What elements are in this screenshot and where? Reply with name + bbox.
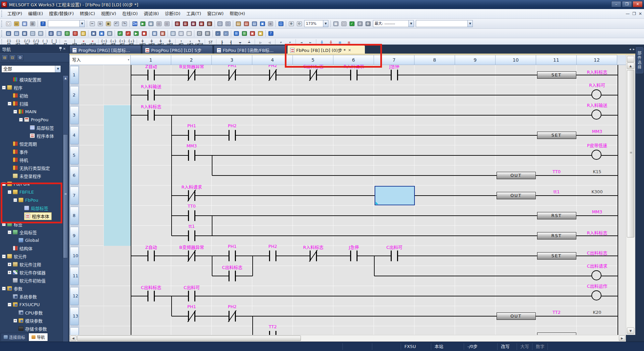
no-contact[interactable] [388,70,401,80]
menu-item[interactable]: 转换(C) [77,11,98,16]
tree-item[interactable]: −FX5UCPU [0,300,62,308]
fb-insert-button[interactable]: ⊞ [233,30,240,37]
online-read-button[interactable]: ⇄ [116,30,124,37]
edit-mode-cell[interactable]: 写入 ▾ [69,55,131,65]
tree-item[interactable]: 软元件初始值 [0,276,62,284]
nc-contact[interactable] [307,70,320,80]
pin-icon[interactable] [56,47,62,52]
instruction-box[interactable]: RST [537,232,576,239]
ladder-edit-3-button[interactable]: ▧ [79,30,87,37]
output-coil[interactable] [591,110,601,120]
tree-item[interactable]: −扫描 [0,99,62,108]
help-2-button[interactable]: ? [267,30,274,37]
paste-button[interactable]: ▣ [105,20,112,27]
row-number[interactable]: 1 [70,66,79,84]
expand-icon[interactable]: + [8,263,11,266]
tree-item[interactable]: 无执行类型指定 [0,164,62,172]
instruction-box[interactable]: SET [537,71,576,79]
nc-contact[interactable] [185,251,198,261]
menu-item[interactable]: 帮助(H) [227,11,248,16]
no-contact[interactable] [144,90,158,100]
statement-show-button[interactable]: ▤ [177,30,185,37]
no-contact[interactable] [185,130,198,141]
convert-all-button[interactable]: ▣ [98,30,105,37]
monitor-mode-button[interactable]: ▶ [132,30,140,37]
output-coil[interactable] [591,150,601,160]
watch-win-2-button[interactable]: ◫ [224,20,232,27]
collapse-icon[interactable]: − [8,230,11,234]
tab-scroll-right-icon[interactable]: ▸ [633,47,635,51]
row-number[interactable]: 5 [70,146,79,164]
ladder-mon-1-button[interactable]: ▥ [174,20,181,27]
output-coil[interactable] [591,89,601,99]
no-contact[interactable] [347,251,361,261]
menu-item[interactable]: 调试(B) [141,11,162,16]
collapse-icon[interactable]: − [19,118,23,122]
nc-contact[interactable] [185,311,198,322]
menu-item[interactable]: 工程(P) [4,11,25,16]
horizontal-scrollbar-thumb[interactable] [77,336,301,341]
chevron-down-icon[interactable]: ▼ [79,20,84,27]
help-button[interactable]: ? [39,20,47,27]
document-tab[interactable]: ProgPou [PRG] [LD] 5步 [142,45,213,55]
blue-window-button[interactable]: ◫ [277,20,284,27]
tree-item[interactable]: 结构体 [0,244,62,252]
no-contact[interactable] [144,110,158,121]
tree-filter-dropdown[interactable]: 全部 ▼ [1,65,61,73]
tree-item[interactable]: 局部标签 [0,124,62,132]
no-contact[interactable] [266,331,279,335]
window-cascade-button[interactable]: ⊞ [37,30,44,37]
tree-item[interactable]: 事件 [0,148,62,156]
no-contact[interactable] [144,70,158,80]
ladder-mon-4-button[interactable]: ▦ [198,20,205,27]
tree-view-2-button[interactable]: ▤ [13,30,20,37]
expand-icon[interactable]: + [13,319,17,323]
tree-scrollbar[interactable]: ▲ ▼ [63,75,68,351]
scroll-down-icon[interactable]: ▼ [627,328,634,334]
tree-view-3-button[interactable]: ▦ [21,30,28,37]
output-coil[interactable] [591,290,601,300]
tree-item[interactable]: 待机 [0,156,62,164]
watch-dim-1-button[interactable]: ▧ [155,20,163,27]
menu-item[interactable]: 视图(V) [98,11,119,16]
child-close-button[interactable]: ✕ [639,9,642,18]
monitor-green-button[interactable]: ▶ [139,20,146,27]
device-test-button[interactable]: ▦ [159,30,166,37]
nc-contact[interactable] [226,70,239,80]
tree-item[interactable]: −全局标签 [0,228,62,236]
monitor-stop-button[interactable]: ◼ [140,30,148,37]
ladder-mon-5-button[interactable]: ▥ [206,20,213,27]
selected-cell[interactable] [375,186,415,205]
row-number[interactable]: 12 [70,287,79,305]
no-contact[interactable] [388,251,401,261]
label-edit-2-button[interactable]: ▥ [55,30,63,37]
zoom-out-button[interactable]: ⊖ [296,20,303,27]
inline-st-button[interactable]: ▣ [257,30,264,37]
row-number[interactable]: 11 [70,267,79,285]
no-contact[interactable] [226,130,239,141]
tree-item[interactable]: +软元件存储器 [0,268,62,276]
tree-item[interactable]: CPU参数 [0,308,62,317]
open-button[interactable]: ▤ [13,20,20,27]
row-number[interactable]: 6 [70,166,79,185]
new-button[interactable]: ▢ [5,20,12,27]
child-minimize-button[interactable]: — [626,9,630,18]
undo-button[interactable]: ↶ [113,20,120,27]
no-contact[interactable] [185,291,198,301]
settings-tool-button[interactable]: ⚙ [364,20,372,27]
chevron-down-icon[interactable]: ▼ [408,20,413,27]
cut-button[interactable]: ✂ [88,20,96,27]
small-dim-button[interactable]: ▢ [340,20,347,27]
tree-item[interactable]: 初始 [0,91,62,99]
nc-contact[interactable] [307,251,320,261]
comment-show-button[interactable]: ▤ [169,30,177,37]
tree-item[interactable]: 模块配置图 [0,75,62,83]
ladder-edit-1-button[interactable]: ⊟ [63,30,71,37]
row-number[interactable]: 3 [70,106,79,124]
tree-scrollbar-thumb[interactable] [63,134,68,258]
scroll-up-icon[interactable]: ▲ [63,76,68,81]
ladder-mon-3-button[interactable]: ▦ [190,20,197,27]
no-contact[interactable] [185,230,198,241]
tree-item[interactable]: 未登录程序 [0,172,62,180]
scroll-up-icon[interactable]: ▲ [627,63,634,69]
